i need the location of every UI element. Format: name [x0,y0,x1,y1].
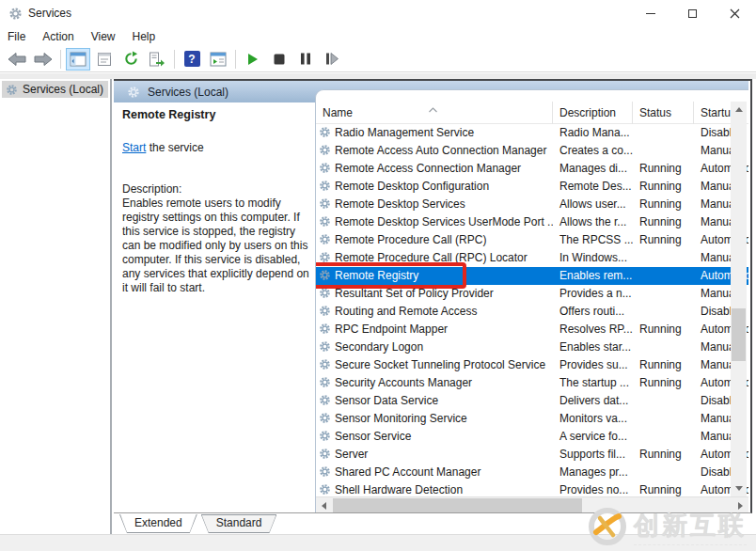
stop-icon [274,54,285,65]
service-status-cell [633,285,694,303]
table-row[interactable]: Remote Access Auto Connection Manager Cr… [316,142,748,160]
table-row[interactable]: Secondary Logon Enables star... Manual [316,338,748,356]
table-row[interactable]: Sensor Service A service fo... Manual [316,428,748,446]
service-gear-icon [319,251,331,267]
table-row[interactable]: Routing and Remote Access Offers routi..… [316,303,748,321]
service-status-cell [633,249,694,267]
show-console-tree-button[interactable] [66,48,90,71]
service-gear-icon [319,340,331,356]
watermark-text: 创新互联 [634,509,747,545]
table-row[interactable]: Remote Desktop Services UserMode Port ..… [316,213,748,231]
table-row[interactable]: Security Accounts Manager The startup ..… [316,374,748,392]
toolbar-separator [174,50,175,69]
tab-label: Standard [201,514,277,529]
service-name-cell: Sensor Monitoring Service [316,410,553,428]
selected-service-name: Remote Registry [122,108,316,121]
forward-button[interactable] [31,48,55,71]
export-list-button[interactable] [145,48,169,71]
service-status-cell [633,124,694,142]
start-service-button[interactable] [241,48,265,71]
service-gear-icon [319,465,331,481]
horizontal-scroll-thumb[interactable] [333,498,582,512]
column-header-name[interactable]: Name [316,102,553,124]
service-description-cell: A service fo... [553,428,633,446]
start-service-link[interactable]: Start [122,141,146,154]
start-service-suffix: the service [146,141,203,154]
service-gear-icon [319,376,331,392]
table-row-selected[interactable]: Remote Registry Enables rem... Automatic [316,267,748,285]
service-description-cell: Monitors va... [553,410,633,428]
table-row[interactable]: Sensor Monitoring Service Monitors va...… [316,410,748,428]
help-button[interactable]: ? [180,48,204,71]
service-gear-icon [319,144,331,160]
pause-icon [300,53,311,65]
menu-action[interactable]: Action [42,28,82,45]
menu-file[interactable]: File [8,28,34,45]
refresh-icon [123,51,139,67]
table-row[interactable]: Remote Desktop Services Allows user... R… [316,196,748,213]
scroll-down-icon[interactable] [731,480,747,496]
restart-service-button[interactable] [320,48,344,71]
service-name-cell: Shared PC Account Manager [316,464,553,481]
tree-item-services-local[interactable]: Services (Local) [2,81,108,98]
menu-view[interactable]: View [91,28,124,45]
table-row[interactable]: Remote Access Connection Manager Manages… [316,160,748,178]
service-description-cell: Manages di... [553,160,633,178]
console-tree-icon [70,52,87,67]
show-action-pane-button[interactable] [206,48,230,71]
table-row[interactable]: Remote Desktop Configuration Remote Des.… [316,178,748,196]
vertical-scroll-thumb[interactable] [732,308,746,361]
service-gear-icon [319,233,331,249]
service-description-cell: Delivers dat... [553,392,633,410]
table-row[interactable]: Shared PC Account Manager Manages pr... … [316,464,748,481]
properties-button[interactable] [92,48,117,71]
service-status-cell: Running [633,160,694,178]
action-pane-icon [210,52,227,67]
table-row[interactable]: Server Supports fil... Running Automatic [316,446,748,464]
service-gear-icon [319,269,331,285]
services-app-icon [8,7,23,21]
table-row[interactable]: Radio Management Service Radio Mana... D… [316,124,748,142]
properties-icon [97,52,112,67]
menu-help[interactable]: Help [133,28,165,45]
column-label: Status [639,106,671,119]
service-name-cell: Server [316,446,553,464]
vertical-scrollbar[interactable] [731,102,747,496]
description-text: Enables remote users to modify registry … [122,197,316,295]
table-row[interactable]: Remote Procedure Call (RPC) Locator In W… [316,249,748,267]
service-status-cell [633,428,694,446]
table-row[interactable]: Sensor Data Service Delivers dat... Disa… [316,392,748,410]
back-button[interactable] [5,48,29,71]
tab-extended[interactable]: Extended [119,514,197,533]
close-button[interactable] [714,0,756,26]
table-row[interactable]: RPC Endpoint Mapper Resolves RP... Runni… [316,321,748,338]
scroll-up-icon[interactable] [731,102,747,118]
service-gear-icon [319,287,331,303]
maximize-button[interactable] [671,0,714,26]
service-description-cell: Resolves RP... [553,321,633,338]
service-description-cell: Enables star... [553,338,633,356]
table-row[interactable]: Resultant Set of Policy Provider Provide… [316,285,748,303]
service-description-cell: Supports fil... [553,446,633,464]
watermark-logo-icon [587,506,628,547]
service-name-cell: Security Accounts Manager [316,374,553,392]
pause-service-button[interactable] [293,48,318,71]
tab-standard[interactable]: Standard [201,514,277,533]
service-description-cell: Provides su... [553,356,633,374]
services-gear-icon [6,84,18,96]
minimize-button[interactable] [629,0,671,26]
service-gear-icon [319,430,331,446]
column-header-status[interactable]: Status [633,102,694,124]
service-name-cell: Remote Desktop Services [316,196,553,213]
column-header-description[interactable]: Description [553,102,633,124]
service-status-cell [633,410,694,428]
service-name-cell: Remote Registry [316,267,553,285]
stop-service-button[interactable] [267,48,291,71]
scroll-left-icon[interactable] [316,497,332,512]
services-list-panel: Name Description Status Startup Radio Ma… [315,89,748,512]
service-name-cell: Secure Socket Tunneling Protocol Service [316,356,553,374]
table-row[interactable]: Secure Socket Tunneling Protocol Service… [316,356,748,374]
service-description-cell: Manages pr... [553,464,633,481]
refresh-button[interactable] [118,48,143,71]
table-row[interactable]: Remote Procedure Call (RPC) The RPCSS ..… [316,231,748,249]
